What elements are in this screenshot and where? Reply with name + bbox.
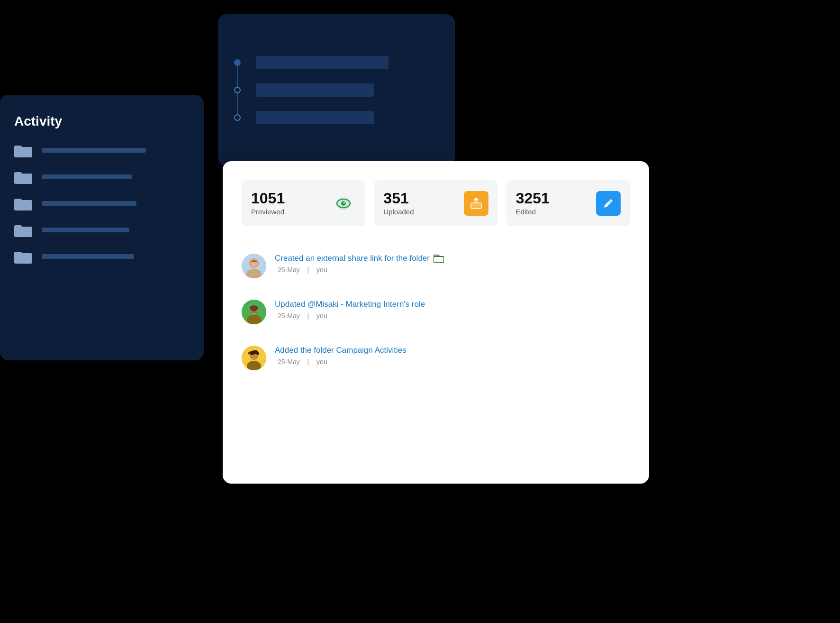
upload-icon <box>464 191 488 216</box>
timeline-item-1 <box>256 56 436 69</box>
activity-list-item-1 <box>14 143 190 157</box>
folder-icon-5 <box>14 249 32 264</box>
activity-user-2: you <box>316 312 327 320</box>
svg-point-12 <box>341 201 346 206</box>
timeline-dot-3 <box>234 114 241 121</box>
timeline-wrapper <box>256 56 436 124</box>
activity-separator-1: | <box>307 266 309 274</box>
activity-list-item-4 <box>14 223 190 237</box>
stat-number-uploaded: 351 <box>383 191 414 206</box>
activity-sidebar-card: Activity <box>0 95 204 360</box>
activity-date-1: 25-May <box>278 266 300 274</box>
stat-number-previewed: 1051 <box>251 191 285 206</box>
activity-item-1: Created an external share link for the f… <box>242 243 630 289</box>
activity-content-1: Created an external share link for the f… <box>275 254 630 274</box>
activity-content-3: Added the folder Campaign Activities 25-… <box>275 346 630 366</box>
stat-label-previewed: Previewed <box>251 208 285 216</box>
activity-title: Activity <box>14 114 190 129</box>
folder-icon-1 <box>14 143 32 157</box>
activity-content-2: Updated @Misaki - Marketing Intern's rol… <box>275 300 630 320</box>
timeline-dot-2 <box>234 87 241 93</box>
stat-label-uploaded: Uploaded <box>383 208 414 216</box>
activity-bar-1 <box>42 148 146 153</box>
activity-meta-3: 25-May | you <box>275 358 630 366</box>
folder-icon-3 <box>14 196 32 211</box>
timeline-bar-2 <box>256 83 374 97</box>
stat-number-edited: 3251 <box>516 191 550 206</box>
svg-rect-9 <box>14 252 22 256</box>
activity-bar-2 <box>42 174 132 179</box>
svg-rect-5 <box>14 199 22 202</box>
activity-link-text-3: Added the folder Campaign Activities <box>275 346 406 355</box>
folder-icon-2 <box>14 170 32 184</box>
activity-link-text-2: Updated @Misaki - Marketing Intern's rol… <box>275 300 425 309</box>
timeline-item-2 <box>256 83 436 97</box>
activity-bar-3 <box>42 201 136 206</box>
stat-text-previewed: 1051 Previewed <box>251 191 285 216</box>
svg-point-13 <box>343 202 345 203</box>
activity-date-3: 25-May <box>278 358 300 366</box>
activity-separator-3: | <box>307 358 309 366</box>
activity-list-item-2 <box>14 170 190 184</box>
activity-link-2[interactable]: Updated @Misaki - Marketing Intern's rol… <box>275 300 630 309</box>
activity-user-3: you <box>316 358 327 366</box>
activity-meta-1: 25-May | you <box>275 266 630 274</box>
avatar-1 <box>242 254 266 278</box>
timeline-item-3 <box>256 111 436 124</box>
activity-separator-2: | <box>307 312 309 320</box>
activity-link-text-1: Created an external share link for the f… <box>275 254 430 263</box>
stat-card-uploaded: 351 Uploaded <box>374 180 497 226</box>
svg-rect-3 <box>14 172 22 176</box>
avatar-2 <box>242 300 266 324</box>
scene: Activity <box>0 0 840 623</box>
activity-link-1[interactable]: Created an external share link for the f… <box>275 254 630 263</box>
activity-bar-4 <box>42 228 129 232</box>
timeline-dot-1 <box>234 59 241 66</box>
stat-text-edited: 3251 Edited <box>516 191 550 216</box>
edit-icon <box>596 191 621 216</box>
stat-label-edited: Edited <box>516 208 550 216</box>
eye-icon <box>331 191 356 216</box>
activity-item-3: Added the folder Campaign Activities 25-… <box>242 335 630 381</box>
activity-link-3[interactable]: Added the folder Campaign Activities <box>275 346 630 355</box>
svg-rect-27 <box>252 313 256 314</box>
svg-rect-22 <box>434 257 444 263</box>
svg-rect-15 <box>471 203 481 209</box>
activity-date-2: 25-May <box>278 312 300 320</box>
timeline-bar-3 <box>256 111 374 124</box>
activity-list: Created an external share link for the f… <box>242 243 630 381</box>
activity-meta-2: 25-May | you <box>275 312 630 320</box>
activity-item-2: Updated @Misaki - Marketing Intern's rol… <box>242 289 630 335</box>
timeline-card <box>218 14 455 166</box>
stat-card-previewed: 1051 Previewed <box>242 180 365 226</box>
stats-row: 1051 Previewed 351 Uploaded <box>242 180 630 226</box>
folder-link-icon-1 <box>434 254 444 263</box>
svg-rect-7 <box>14 225 22 229</box>
folder-icon-4 <box>14 223 32 237</box>
activity-list-item-3 <box>14 196 190 211</box>
timeline-bar-1 <box>256 56 388 69</box>
activity-bar-5 <box>42 254 134 259</box>
activity-user-1: you <box>316 266 327 274</box>
main-card: 1051 Previewed 351 Uploaded <box>223 161 649 484</box>
stat-text-uploaded: 351 Uploaded <box>383 191 414 216</box>
svg-rect-1 <box>14 146 22 149</box>
avatar-3 <box>242 346 266 370</box>
activity-list-item-5 <box>14 249 190 264</box>
stat-card-edited: 3251 Edited <box>506 180 630 226</box>
